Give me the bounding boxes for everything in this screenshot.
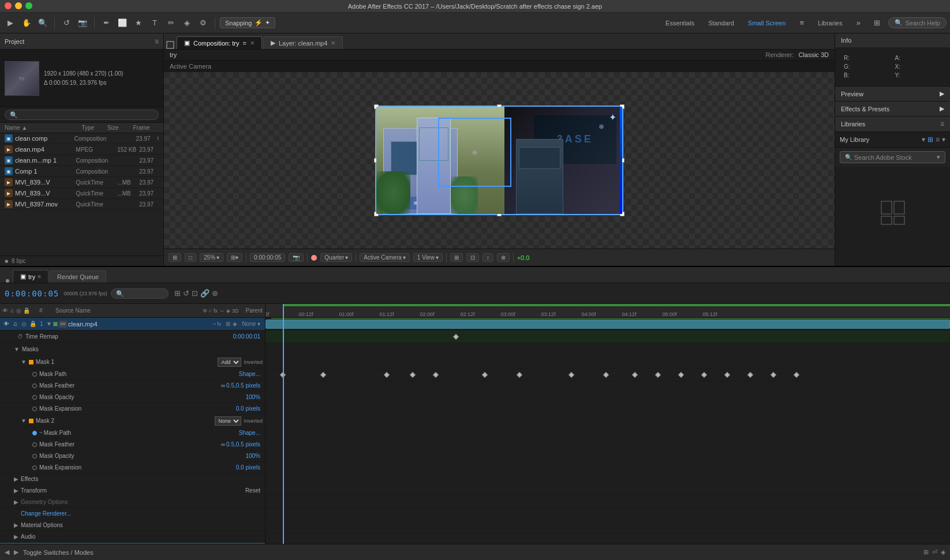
- toggle-view-btn[interactable]: □: [185, 253, 196, 262]
- nav-small-screen[interactable]: Small Screen: [743, 18, 790, 28]
- prop-transform[interactable]: ▶ Transform Reset: [0, 485, 265, 497]
- mask1-path-value[interactable]: Shape...: [239, 371, 265, 377]
- mask1-feather-stopwatch[interactable]: [32, 384, 37, 388]
- toggle-switches-icon[interactable]: ◀: [5, 548, 9, 556]
- arrow-tool-icon[interactable]: ▶: [3, 16, 17, 30]
- prop-geometry-change-renderer[interactable]: Change Renderer...: [0, 508, 265, 520]
- layer-tab-close[interactable]: ✕: [331, 40, 335, 46]
- mask2-path-stopwatch[interactable]: [32, 431, 37, 435]
- masks-expand[interactable]: ▼: [14, 346, 20, 352]
- more-workspaces-icon[interactable]: »: [851, 16, 865, 30]
- project-item-mvi-839-1[interactable]: ▶ MVI_839...V QuickTime ...MB 23.97: [0, 177, 163, 188]
- geometry-expand[interactable]: ▶: [14, 499, 18, 505]
- kf-mask1-3[interactable]: [410, 372, 416, 378]
- project-item-clean-mp4[interactable]: ▶ clean.mp4 MPEG 152 KB 23.97: [0, 144, 163, 155]
- maximize-button[interactable]: [25, 2, 32, 9]
- tl-search-input[interactable]: [111, 288, 169, 299]
- prop-audio[interactable]: ▶ Audio: [0, 531, 265, 543]
- layer-1-solo[interactable]: ◎: [20, 320, 28, 328]
- prop-mask2-feather[interactable]: Mask Feather ∞ 0.5,0.5 pixels: [0, 439, 265, 450]
- tl-tool-5[interactable]: ⊛: [212, 289, 218, 298]
- project-search-input[interactable]: [5, 110, 159, 120]
- effects-expand[interactable]: ▶: [14, 476, 18, 482]
- mask2-expansion-stopwatch[interactable]: [32, 465, 37, 470]
- library-list-icon[interactable]: ≡: [936, 136, 940, 144]
- text-tool-icon[interactable]: T: [148, 16, 162, 30]
- tab-composition-try[interactable]: ▣ Composition: try = ✕: [177, 36, 262, 49]
- layer-1-audio[interactable]: ♫: [12, 320, 20, 328]
- project-item-mvi-839-2[interactable]: ▶ MVI_839...V QuickTime ...MB 23.97: [0, 188, 163, 199]
- project-item-clean-m-mp1[interactable]: ▣ clean.m...mp 1 Composition 23.97: [0, 155, 163, 166]
- tl-tab-menu[interactable]: ≡: [38, 273, 41, 280]
- grid-btn[interactable]: ⊞: [450, 253, 463, 262]
- tl-tool-3[interactable]: ⊡: [192, 289, 198, 298]
- kf-mask1-12[interactable]: [701, 372, 707, 378]
- timecode-display[interactable]: 0:00:00:05: [250, 253, 285, 262]
- snapshot-btn[interactable]: 📷: [289, 253, 304, 262]
- mask2-feather-link[interactable]: ∞: [221, 441, 225, 448]
- material-expand[interactable]: ▶: [14, 522, 18, 528]
- kf-mask1-8[interactable]: [603, 372, 609, 378]
- layer-1-eye[interactable]: 👁: [2, 320, 10, 328]
- shape-tool-icon[interactable]: ★: [132, 16, 145, 30]
- search-adobe-stock[interactable]: 🔍 Search Adobe Stock ▾: [840, 151, 945, 163]
- search-help-box[interactable]: 🔍 Search Help: [888, 17, 947, 28]
- kf-mask1-2[interactable]: [384, 372, 390, 378]
- rotate-tool-icon[interactable]: ↺: [59, 16, 73, 30]
- kf-mask1-7[interactable]: [568, 372, 574, 378]
- layer-1-expand[interactable]: ▼: [46, 321, 53, 327]
- mask2-expand[interactable]: ▼: [21, 418, 27, 424]
- track-row-time-remap[interactable]: [265, 330, 950, 343]
- prop-mask1-path[interactable]: Mask Path Shape...: [0, 369, 265, 380]
- nav-libraries[interactable]: Libraries: [813, 18, 847, 28]
- tab-try-timeline[interactable]: ▣ try ≡: [13, 270, 48, 283]
- mask1-expand[interactable]: ▼: [21, 359, 27, 365]
- tab-layer-clean-mp4[interactable]: ▶ Layer: clean.mp4 ✕: [263, 36, 343, 49]
- prop-effects[interactable]: ▶ Effects: [0, 473, 265, 485]
- library-chevron-icon[interactable]: ▾: [942, 136, 945, 144]
- layer-1-fx-btn[interactable]: fx: [217, 321, 221, 327]
- library-grid-icon[interactable]: ⊞: [927, 136, 933, 144]
- keyframe-1[interactable]: [453, 334, 459, 340]
- puppet-tool-icon[interactable]: ⚙: [196, 16, 210, 30]
- color-picker[interactable]: [311, 255, 317, 261]
- prop-material[interactable]: ▶ Material Options: [0, 520, 265, 531]
- tl-bottom-icon-3[interactable]: ◈: [941, 548, 945, 556]
- kf-mask1-9[interactable]: [632, 372, 638, 378]
- project-item-mvi-8397[interactable]: ▶ MVI_8397.mov QuickTime 23.97: [0, 199, 163, 210]
- toggle-switches-icon-2[interactable]: ▶: [14, 548, 18, 556]
- layer-row-1[interactable]: 👁 ♫ ◎ 🔒 1 ▼ ## clean.mp4 ~ fx ⊞ ◈: [0, 318, 265, 330]
- overlay-btn[interactable]: ⊗: [497, 253, 510, 262]
- prop-geometry[interactable]: ▶ Geometry Options: [0, 497, 265, 508]
- quality-select[interactable]: Quarter ▾: [320, 253, 352, 262]
- kf-mask1-11[interactable]: [678, 372, 684, 378]
- kf-mask1-5[interactable]: [482, 372, 488, 378]
- minimize-button[interactable]: [15, 2, 22, 9]
- mask1-expansion-stopwatch[interactable]: [32, 407, 37, 411]
- kf-mask1-6[interactable]: [517, 372, 522, 378]
- kf-mask1-10[interactable]: [655, 372, 661, 378]
- transform-expand[interactable]: ▶: [14, 487, 18, 494]
- composition-video-frame[interactable]: 3ASE ✦ ❄: [375, 106, 623, 215]
- pen-tool-icon[interactable]: ✒: [99, 16, 113, 30]
- kf-mask1-15[interactable]: [771, 372, 776, 378]
- toggle-playback-btn[interactable]: ⊞: [169, 253, 181, 262]
- kf-mask1-16[interactable]: [794, 372, 799, 378]
- guide-btn[interactable]: ↕: [483, 253, 493, 262]
- camera-tool-icon[interactable]: 📷: [76, 16, 89, 30]
- nav-essentials[interactable]: Essentials: [661, 18, 699, 28]
- change-renderer-btn[interactable]: Change Renderer...: [21, 510, 71, 517]
- prop-mask1-expansion[interactable]: Mask Expansion 0.0 pixels: [0, 403, 265, 415]
- layer-1-shy[interactable]: ~: [213, 321, 216, 327]
- prop-mask-1[interactable]: ▼ Mask 1 Add Inverted: [0, 356, 265, 369]
- camera-select[interactable]: Active Camera ▾: [360, 253, 410, 262]
- mask2-blend-select[interactable]: None: [215, 416, 241, 426]
- mask1-feather-link[interactable]: ∞: [221, 382, 225, 389]
- preview-section-header[interactable]: Preview ▶: [835, 87, 950, 101]
- tab-render-queue[interactable]: Render Queue: [50, 270, 106, 283]
- project-menu-icon[interactable]: ≡: [155, 37, 159, 46]
- zoom-select[interactable]: 25%▾: [200, 253, 223, 262]
- comp-tab-close[interactable]: ✕: [250, 40, 255, 46]
- tl-tool-2[interactable]: ↺: [183, 289, 189, 298]
- proportion-btn[interactable]: ⊡: [466, 253, 479, 262]
